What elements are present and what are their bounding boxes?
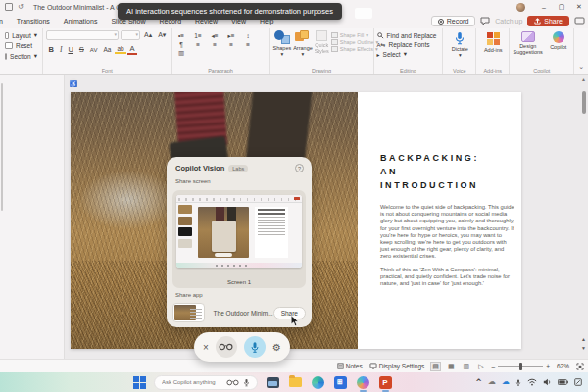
vertical-scrollbar[interactable]: ▲ ▲ ▼ <box>580 75 587 359</box>
align-left-button[interactable]: ≡ <box>192 41 205 48</box>
slide-sorter-view-button[interactable]: ▦ <box>447 363 456 370</box>
font-name-combo[interactable] <box>46 30 119 40</box>
help-button[interactable]: ? <box>295 164 304 172</box>
screen-share-thumbnail[interactable] <box>176 195 302 268</box>
windows-start-button[interactable] <box>133 376 146 389</box>
close-vision-button[interactable]: × <box>203 342 209 353</box>
align-right-button[interactable]: ≡ <box>225 41 238 48</box>
slideshow-button[interactable]: ▷ <box>477 363 484 370</box>
grow-font-button[interactable]: A▴ <box>142 30 154 40</box>
share-button[interactable]: Share <box>527 16 569 26</box>
zoom-slider[interactable] <box>498 366 543 367</box>
strikethrough-button[interactable]: S <box>76 45 86 54</box>
next-slide-button[interactable]: ▼ <box>580 345 587 351</box>
autosave-icon[interactable] <box>5 3 13 11</box>
battery-icon[interactable] <box>558 379 568 385</box>
present-icon[interactable] <box>574 17 585 25</box>
touch-keyboard-icon[interactable] <box>574 378 582 386</box>
volume-icon[interactable] <box>543 378 552 386</box>
shapes-button[interactable]: Shapes▾ <box>273 30 292 66</box>
character-spacing-button[interactable]: AV <box>87 47 100 53</box>
replace-fonts-button[interactable]: A⇆ Replace Fonts <box>377 41 440 48</box>
copilot-button[interactable]: Copilot <box>546 30 570 66</box>
normal-view-button[interactable]: ▤ <box>431 363 440 370</box>
increase-indent-button[interactable]: ▸≡ <box>225 32 238 40</box>
text-direction-button[interactable]: ¶ <box>175 41 188 48</box>
design-suggestions-button[interactable]: Design Suggestions <box>513 30 543 66</box>
copilot-app-icon[interactable] <box>356 375 369 389</box>
zoom-in-button[interactable]: + <box>546 363 550 369</box>
numbering-button[interactable]: 1≡ <box>192 32 205 40</box>
onedrive-icon[interactable]: ☁ <box>488 378 496 386</box>
catch-up-button[interactable]: Catch up <box>495 18 522 24</box>
layout-button[interactable]: Layout▾ <box>3 30 39 40</box>
zoom-slider-thumb[interactable] <box>519 363 522 370</box>
zoom-out-button[interactable]: – <box>492 363 496 369</box>
app-thumbnail[interactable] <box>172 303 205 322</box>
taskbar-search[interactable] <box>154 375 258 390</box>
file-explorer-icon[interactable] <box>288 375 302 389</box>
fit-slide-icon[interactable] <box>576 363 584 370</box>
comment-icon[interactable] <box>480 17 490 25</box>
slide-text-block[interactable]: BACKPACKING: AN INTRODUCTION Welcome to … <box>380 151 515 287</box>
bold-button[interactable]: B <box>46 45 56 54</box>
decrease-indent-button[interactable]: ◂≡ <box>209 32 221 40</box>
minimize-button[interactable]: – <box>535 0 553 14</box>
italic-button[interactable]: I <box>57 45 65 54</box>
vision-settings-button[interactable]: ⚙ <box>272 342 281 353</box>
cloud-sync-icon[interactable]: ☁ <box>502 378 510 386</box>
find-replace-button[interactable]: Find and Replace <box>377 32 440 39</box>
justify-button[interactable]: ≡ <box>242 41 255 48</box>
scrollbar-thumb[interactable] <box>582 91 586 114</box>
thumbnail-scrollbar[interactable] <box>1 83 3 211</box>
bullets-button[interactable]: •≡ <box>175 32 188 40</box>
store-icon[interactable]: ⊞ <box>333 375 347 389</box>
align-center-button[interactable]: ≡ <box>209 41 221 48</box>
record-button[interactable]: Record <box>431 16 476 26</box>
vision-mic-button[interactable] <box>244 336 266 358</box>
zoom-percent[interactable]: 62% <box>557 363 569 369</box>
running-indicator <box>382 390 389 392</box>
tab-transitions[interactable]: Transitions <box>10 16 57 26</box>
underline-button[interactable]: U <box>66 45 75 54</box>
vision-glasses-button[interactable] <box>216 336 237 358</box>
accessibility-icon[interactable]: ♿ <box>69 78 78 88</box>
wifi-icon[interactable] <box>527 378 537 386</box>
notes-button[interactable]: Notes <box>337 363 363 369</box>
close-button[interactable]: ✕ <box>570 0 588 14</box>
section-button[interactable]: Section▾ <box>3 51 39 61</box>
tab-animations[interactable]: Animations <box>57 16 105 26</box>
restore-button[interactable]: ▢ <box>553 0 570 14</box>
font-color-button[interactable]: A <box>127 44 137 55</box>
arrange-button[interactable]: Arrange▾ <box>293 30 313 66</box>
display-settings-button[interactable]: Display Settings <box>369 363 425 369</box>
reading-view-button[interactable]: ▥ <box>463 363 471 370</box>
collapse-ribbon-chevron-icon[interactable]: ⌄ <box>574 28 588 74</box>
tray-mic-icon[interactable] <box>515 378 521 387</box>
addins-button[interactable]: Add-ins <box>479 30 507 53</box>
screen-share-card[interactable]: Screen 1 <box>172 190 306 288</box>
tray-overflow-chevron-icon[interactable]: ^ <box>475 379 482 387</box>
line-spacing-button[interactable]: ↕ <box>242 32 255 40</box>
undo-icon[interactable]: ↺ <box>18 3 24 11</box>
font-size-combo[interactable] <box>121 30 140 40</box>
arrange-icon <box>295 30 311 44</box>
task-view-icon[interactable] <box>266 375 279 389</box>
search-input[interactable] <box>162 379 222 385</box>
highlight-color-button[interactable]: ab <box>115 45 126 54</box>
shrink-font-button[interactable]: A▾ <box>156 30 168 40</box>
reset-button[interactable]: Reset <box>3 41 39 50</box>
columns-button[interactable]: ▥ <box>175 49 188 57</box>
search-mic-icon[interactable] <box>243 378 250 387</box>
slide-thumbnail-panel[interactable] <box>0 75 65 359</box>
dictate-button[interactable]: Dictate▾ <box>446 30 473 58</box>
edge-icon[interactable] <box>311 375 324 389</box>
record-icon <box>438 19 444 24</box>
previous-slide-button[interactable]: ▲ <box>580 336 587 342</box>
scroll-up-arrow-icon[interactable]: ▲ <box>581 76 586 82</box>
powerpoint-app-icon[interactable]: P <box>378 375 392 389</box>
change-case-button[interactable]: Aa <box>101 46 114 53</box>
account-avatar[interactable] <box>516 3 525 12</box>
tab-design[interactable]: Design <box>0 16 10 26</box>
select-button[interactable]: ▸ Select ▾ <box>377 50 440 58</box>
